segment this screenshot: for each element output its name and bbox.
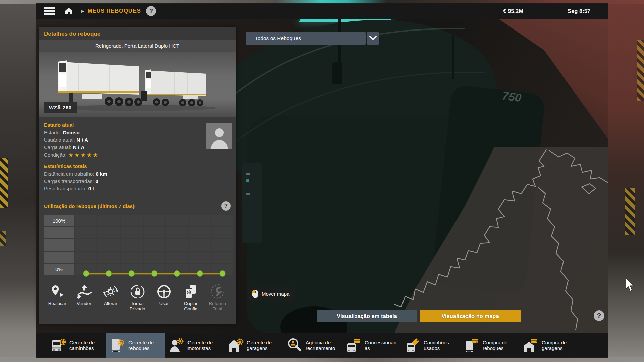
recruitment-magnifier-icon — [286, 337, 303, 353]
relocate-button[interactable]: Realocar — [44, 283, 71, 312]
garage-floor-bottom — [0, 357, 644, 362]
nav-trailer-purchase[interactable]: Compra de reboques — [460, 333, 519, 358]
help-icon[interactable]: ? — [594, 310, 604, 321]
current-user-row: Usuário atual:N / A — [44, 136, 231, 144]
move-map-label: Mover mapa — [262, 291, 289, 297]
full-renovation-button[interactable]: Reforma Total — [204, 283, 231, 312]
manager-navigation-bar: Gerente de caminhões Gerente de reboques… — [36, 333, 608, 358]
garage-card-icon — [523, 337, 539, 353]
nav-label: Gerente de garagens — [247, 340, 280, 351]
breadcrumb-arrow-icon: ▶ — [81, 9, 84, 13]
utilization-chart-grid: 100% 0% — [44, 215, 233, 275]
hazard-stripe — [625, 188, 635, 235]
money-display: € 95,2M — [503, 8, 523, 14]
truck-card-icon — [345, 337, 362, 353]
gear-refresh-icon — [97, 283, 124, 301]
y-axis-tick-0: 0% — [44, 264, 74, 275]
nav-trailer-manager[interactable]: Gerente de reboques — [106, 333, 165, 358]
nav-dealerships[interactable]: Concessionárias — [342, 333, 401, 358]
driver-avatar — [206, 123, 232, 149]
state-row: Estado:Ocioso — [44, 129, 231, 136]
nav-recruitment-agency[interactable]: Agência de recrutamento — [283, 333, 342, 358]
home-icon[interactable] — [64, 6, 74, 16]
utilization-chart: 100% 0% — [44, 215, 233, 275]
game-time: Seg 8:57 — [568, 8, 590, 14]
nav-label: Compra de reboques — [483, 340, 516, 351]
change-button[interactable]: Alterar — [97, 283, 124, 312]
nav-label: Gerente de caminhões — [69, 340, 103, 351]
steering-wheel-icon — [151, 283, 177, 301]
nav-label: Gerente de motoristas — [187, 340, 221, 351]
trailer-image: WZÄ-260 — [39, 52, 236, 117]
copy-config-button[interactable]: Copiar Config — [177, 283, 204, 312]
cargo-count-row: Cargas transportadas:0 — [44, 178, 231, 185]
lock-circle-icon — [124, 283, 151, 301]
trailer-details-panel: Detalhes do reboque Refrigerado, Porta L… — [39, 27, 236, 324]
menu-icon[interactable] — [44, 7, 55, 15]
driver-gear-icon — [168, 337, 184, 353]
distance-row: Distância em trabalho:0 km — [44, 170, 231, 178]
renovate-wrench-icon — [204, 283, 231, 301]
use-button[interactable]: Usar — [151, 283, 177, 312]
weight-row: Peso transportado:0 t — [44, 185, 231, 192]
total-statistics: Estatísticas totais Distância em trabalh… — [44, 163, 231, 192]
nav-truck-manager[interactable]: Gerente de caminhões — [47, 333, 106, 358]
condition-stars: ★★★★★ — [68, 152, 99, 158]
nav-garage-manager[interactable]: Gerente de garagens — [224, 333, 283, 358]
panel-body: Estado atual Estado:Ocioso Usuário atual… — [39, 117, 236, 324]
y-axis-tick-100: 100% — [44, 215, 74, 226]
page-title: Detalhes do reboque — [39, 27, 236, 40]
nav-driver-manager[interactable]: Gerente de motoristas — [165, 333, 224, 358]
breadcrumb: MEUS REBOQUES — [87, 8, 141, 14]
total-statistics-heading: Estatísticas totais — [44, 163, 231, 169]
chevron-down-icon — [369, 36, 377, 41]
nav-used-trucks[interactable]: Caminhões usados — [401, 333, 460, 358]
table-view-button[interactable]: Visualização em tabela — [317, 310, 417, 322]
truck-gear-icon — [50, 337, 66, 353]
game-screen: 750 ▶ MEUS REBOQUES ? € 95,2M Seg 8 — [0, 0, 644, 362]
trailer-actions: Realocar Vender — [44, 283, 231, 312]
map-pin-arrow-icon — [44, 283, 71, 301]
trailer-card-icon — [464, 337, 480, 353]
mouse-icon — [252, 289, 259, 299]
nav-label: Caminhões usados — [424, 340, 457, 351]
map-outline-decoration — [394, 147, 608, 333]
nav-label: Gerente de reboques — [128, 340, 162, 351]
nav-garage-purchase[interactable]: Compra de garagens — [519, 333, 578, 358]
hazard-stripe — [637, 40, 644, 101]
condition-row: Condição:★★★★★ — [44, 151, 231, 159]
help-icon[interactable]: ? — [221, 201, 231, 211]
current-cargo-row: Carga atual:N / A — [44, 144, 231, 151]
sell-hand-icon — [71, 283, 98, 301]
nav-label: Agência de recrutamento — [306, 340, 339, 351]
nav-label: Compra de garagens — [542, 340, 575, 351]
hazard-stripe — [0, 158, 8, 208]
copy-config-icon — [177, 283, 204, 301]
divider — [44, 280, 231, 280]
trailer-name: Refrigerado, Porta Lateral Duplo HCT — [39, 40, 236, 52]
garage-gear-icon — [227, 337, 244, 353]
map-view-button[interactable]: Visualização no mapa — [420, 310, 521, 322]
top-bar: ▶ MEUS REBOQUES ? € 95,2M Seg 8:57 — [36, 3, 608, 19]
license-plate: WZÄ-260 — [44, 102, 77, 113]
dropdown-chevron-button[interactable] — [367, 32, 379, 45]
truck-model-badge: 750 — [501, 89, 522, 104]
current-state-heading: Estado atual — [44, 122, 231, 128]
utilization-chart-heading: Utilização do reboque (últimos 7 dias) — [44, 203, 135, 209]
make-private-button[interactable]: Tornar Privado — [124, 283, 151, 312]
move-map-hint: Mover mapa — [248, 287, 295, 301]
trailer-filter-dropdown[interactable]: Todos os Reboques — [246, 32, 366, 45]
truck-tag-icon — [405, 337, 421, 353]
sell-button[interactable]: Vender — [71, 283, 98, 312]
help-icon[interactable]: ? — [146, 6, 156, 16]
nav-label: Concessionárias — [365, 340, 398, 351]
trailer-gear-icon — [109, 337, 125, 353]
hazard-stripe — [0, 231, 6, 246]
